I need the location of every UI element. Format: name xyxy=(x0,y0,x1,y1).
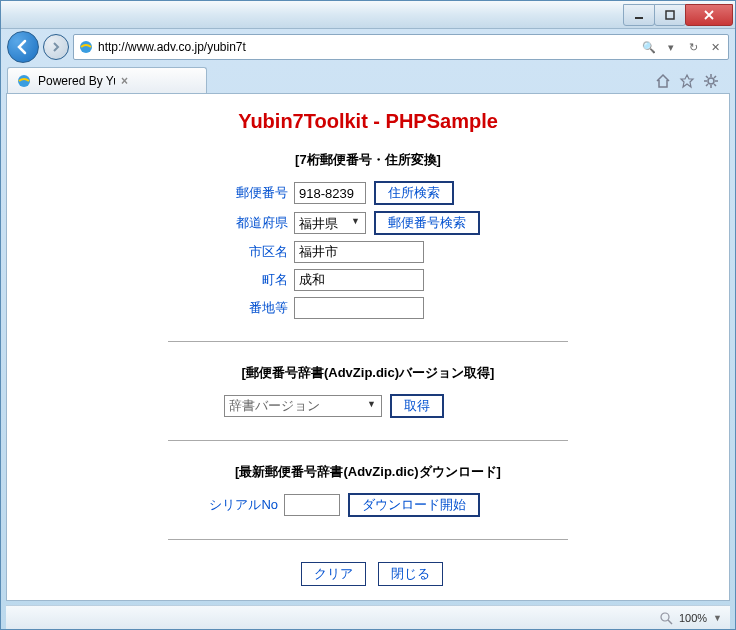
url-input[interactable] xyxy=(98,35,636,59)
nav-toolbar: 🔍 ▾ ↻ ✕ xyxy=(1,29,735,65)
zoom-icon[interactable] xyxy=(659,611,673,625)
town-input[interactable] xyxy=(294,269,424,291)
favorites-icon[interactable] xyxy=(679,73,695,89)
close-window-button[interactable] xyxy=(685,4,733,26)
city-label: 市区名 xyxy=(218,243,288,261)
download-button[interactable]: ダウンロード開始 xyxy=(348,493,480,517)
ie-icon xyxy=(78,39,94,55)
serial-input[interactable] xyxy=(284,494,340,516)
version-select[interactable]: 辞書バージョン xyxy=(224,395,382,417)
prefecture-select[interactable]: 福井県 xyxy=(294,212,366,234)
divider xyxy=(168,539,568,540)
status-bar: 100% ▼ xyxy=(6,605,730,629)
prefecture-label: 都道府県 xyxy=(218,214,288,232)
tab-title: Powered By Yubin7Toolk... xyxy=(38,74,115,88)
maximize-button[interactable] xyxy=(654,4,686,26)
zoom-dropdown-icon[interactable]: ▼ xyxy=(713,613,722,623)
minimize-button[interactable] xyxy=(623,4,655,26)
window-titlebar xyxy=(1,1,735,29)
close-button[interactable]: 閉じる xyxy=(378,562,443,586)
postal-label: 郵便番号 xyxy=(218,184,288,202)
section1-header: [7桁郵便番号・住所変換] xyxy=(108,151,628,169)
home-icon[interactable] xyxy=(655,73,671,89)
ie-icon xyxy=(16,73,32,89)
page-title: Yubin7Toolkit - PHPSample xyxy=(108,110,628,133)
browser-tab[interactable]: Powered By Yubin7Toolk... × xyxy=(7,67,207,93)
svg-rect-1 xyxy=(666,11,674,19)
clear-button[interactable]: クリア xyxy=(301,562,366,586)
street-label: 番地等 xyxy=(218,299,288,317)
svg-point-4 xyxy=(708,78,714,84)
forward-button[interactable] xyxy=(43,34,69,60)
search-icon[interactable]: 🔍 xyxy=(640,41,658,54)
svg-rect-0 xyxy=(635,17,643,19)
section2-header: [郵便番号辞書(AdvZip.dic)バージョン取得] xyxy=(108,364,628,382)
back-button[interactable] xyxy=(7,31,39,63)
stop-icon[interactable]: ✕ xyxy=(706,41,724,54)
town-label: 町名 xyxy=(218,271,288,289)
postal-search-button[interactable]: 郵便番号検索 xyxy=(374,211,480,235)
tools-icon[interactable] xyxy=(703,73,719,89)
address-bar[interactable]: 🔍 ▾ ↻ ✕ xyxy=(73,34,729,60)
divider xyxy=(168,341,568,342)
postal-input[interactable] xyxy=(294,182,366,204)
tab-strip: Powered By Yubin7Toolk... × xyxy=(1,65,735,93)
refresh-icon[interactable]: ↻ xyxy=(684,41,702,54)
get-version-button[interactable]: 取得 xyxy=(390,394,444,418)
page-content: Yubin7Toolkit - PHPSample [7桁郵便番号・住所変換] … xyxy=(6,93,730,601)
zoom-level: 100% xyxy=(679,612,707,624)
svg-point-5 xyxy=(661,613,669,621)
dropdown-icon[interactable]: ▾ xyxy=(662,41,680,54)
divider xyxy=(168,440,568,441)
section3-header: [最新郵便番号辞書(AdvZip.dic)ダウンロード] xyxy=(108,463,628,481)
tab-close-icon[interactable]: × xyxy=(121,74,198,88)
city-input[interactable] xyxy=(294,241,424,263)
address-search-button[interactable]: 住所検索 xyxy=(374,181,454,205)
street-input[interactable] xyxy=(294,297,424,319)
serial-label: シリアルNo xyxy=(198,496,278,514)
